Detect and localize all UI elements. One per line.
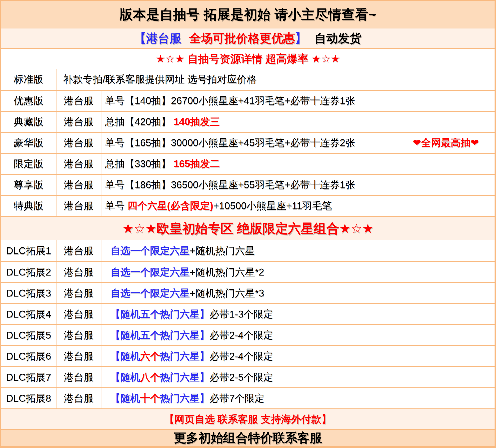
description-cell: 总抽【330抽】 165抽发二 (101, 154, 495, 174)
table-row: 典藏版港台服总抽【420抽】 140抽发三 (1, 111, 495, 132)
description-cell: 自选一个限定六星+随机热门六星*2 (101, 262, 495, 282)
server-cell: 港台服 (56, 325, 101, 345)
description-segment: 热门六星】 (160, 371, 209, 384)
description-cell: 【随机六个热门六星】必带2-4个限定 (101, 346, 495, 366)
subtitle-banner: 【港台服 全场可批价格更优惠 】 自动发货 (1, 28, 495, 48)
description-cell: 自选一个限定六星+随机热门六星*3 (101, 283, 495, 303)
version-cell: 优惠版 (1, 91, 56, 111)
server-cell: 港台服 (56, 388, 101, 408)
description-cell: 【随机八个热门六星】必带2-5个限定 (101, 367, 495, 388)
description-segment: 必带2-5个限定 (209, 371, 273, 384)
server-cell: 港台服 (56, 196, 101, 216)
table-row: DLC拓展5港台服【随机五个热门六星】必带2-4个限定 (1, 324, 495, 345)
server-cell: 港台服 (56, 346, 101, 366)
description-cell: 单号【140抽】26700小熊星座+41羽毛笔+必带十连券1张 (101, 91, 495, 111)
table-row: 豪华版港台服单号【165抽】30000小熊星座+45羽毛笔+必带十连券2张❤全网… (1, 132, 495, 153)
description-segment: 【随机 (110, 392, 140, 405)
description-segment: 八个 (140, 371, 160, 384)
description-segment: ❤全网最高抽❤ (413, 136, 493, 149)
version-cell: DLC拓展6 (1, 346, 56, 366)
subtitle-bracket-open: 【港台服 (134, 30, 181, 46)
description-segment: 自选一个限定六星 (110, 266, 190, 279)
description-segment: 总抽【330抽】 (105, 157, 174, 170)
description-cell: 单号【165抽】30000小熊星座+45羽毛笔+必带十连券2张❤全网最高抽❤ (101, 133, 495, 153)
description-segment: +10500小熊星座+11羽毛笔 (213, 199, 332, 212)
description-segment: 165抽发二 (174, 157, 220, 170)
version-cell: DLC拓展8 (1, 388, 56, 408)
version-cell: 豪华版 (1, 133, 56, 153)
description-segment: 自选一个限定六星 (110, 287, 190, 300)
description-cell: 【随机五个热门六星】必带1-3个限定 (101, 304, 495, 324)
version-cell: 尊享版 (1, 175, 56, 195)
version-cell: DLC拓展7 (1, 367, 56, 388)
table-row: 优惠版港台服单号【140抽】26700小熊星座+41羽毛笔+必带十连券1张 (1, 90, 495, 111)
table-row: DLC拓展2港台服自选一个限定六星+随机热门六星*2 (1, 261, 495, 282)
description-segment: 单号【165抽】30000小熊星座+45羽毛笔+必带十连券2张 (105, 136, 355, 149)
description-segment: 140抽发三 (174, 115, 220, 128)
description-segment: +随机热门六星 (190, 244, 255, 257)
description-segment: 热门六星】 (160, 392, 209, 405)
version-cell: 特典版 (1, 196, 56, 216)
subtitle-promo: 全场可批价格更优惠 (189, 30, 295, 46)
server-cell: 港台服 (56, 240, 101, 261)
server-cell: 港台服 (56, 175, 101, 195)
listing-table: 版本是自抽号 拓展是初始 请小主尽情查看~ 【港台服 全场可批价格更优惠 】 自… (0, 0, 496, 448)
table-row: DLC拓展7港台服【随机八个热门六星】必带2-5个限定 (1, 366, 495, 388)
server-cell: 港台服 (56, 91, 101, 111)
server-cell: 港台服 (56, 304, 101, 324)
description-segment: 自选一个限定六星 (110, 244, 190, 257)
description-segment: 【随机五个热门六星】 (110, 308, 209, 321)
description-segment: +随机热门六星*3 (190, 287, 264, 300)
table-row: DLC拓展3港台服自选一个限定六星+随机热门六星*3 (1, 282, 495, 303)
description-segment: 热门六星】 (160, 350, 209, 363)
description-segment: 必带2-4个限定 (209, 350, 273, 363)
description-segment: 必带7个限定 (209, 392, 264, 405)
description-segment: 单号【140抽】26700小熊星座+41羽毛笔+必带十连券1张 (105, 94, 355, 107)
server-cell: 港台服 (56, 112, 101, 132)
description-segment: 【随机 (110, 371, 140, 384)
product-rows-section: 标准版补款专拍/联系客服提供网址 选号拍对应价格优惠版港台服单号【140抽】26… (1, 69, 495, 216)
stars-banner: ★☆★ 自抽号资源详情 超高爆率 ★☆★ (1, 48, 495, 69)
table-row: DLC拓展6港台服【随机六个热门六星】必带2-4个限定 (1, 345, 495, 366)
description-segment: 六个 (140, 350, 160, 363)
version-cell: DLC拓展3 (1, 283, 56, 303)
description-cell: 单号 四个六星(必含限定)+10500小熊星座+11羽毛笔 (101, 196, 495, 216)
description-cell: 【随机五个热门六星】必带2-4个限定 (101, 325, 495, 345)
description-segment: +随机热门六星*2 (190, 266, 264, 279)
table-row: DLC拓展4港台服【随机五个热门六星】必带1-3个限定 (1, 303, 495, 324)
version-cell: DLC拓展1 (1, 240, 56, 261)
description-segment: 十个 (140, 392, 160, 405)
description-segment: 四个六星(必含限定) (127, 199, 213, 212)
version-cell: 限定版 (1, 154, 56, 174)
version-cell: 典藏版 (1, 112, 56, 132)
description-segment: 必带2-4个限定 (209, 329, 273, 342)
description-segment: 单号 (105, 199, 127, 212)
table-row: 标准版补款专拍/联系客服提供网址 选号拍对应价格 (1, 69, 495, 90)
description-segment: 【随机 (110, 350, 140, 363)
description-cell: 补款专拍/联系客服提供网址 选号拍对应价格 (56, 69, 495, 90)
server-cell: 港台服 (56, 133, 101, 153)
server-cell: 港台服 (56, 283, 101, 303)
description-segment: 补款专拍/联系客服提供网址 选号拍对应价格 (63, 73, 257, 86)
version-cell: 标准版 (1, 69, 56, 90)
description-segment: 必带1-3个限定 (209, 308, 273, 321)
subtitle-bracket-close: 】 (295, 30, 307, 46)
description-segment: 单号【186抽】36500小熊星座+55羽毛笔+必带十连券1张 (105, 178, 355, 192)
description-segment: 【随机五个热门六星】 (110, 329, 209, 342)
version-cell: DLC拓展4 (1, 304, 56, 324)
table-row: 尊享版港台服单号【186抽】36500小熊星座+55羽毛笔+必带十连券1张 (1, 174, 495, 195)
description-cell: 总抽【420抽】 140抽发三 (101, 112, 495, 132)
table-row: 特典版港台服单号 四个六星(必含限定)+10500小熊星座+11羽毛笔 (1, 195, 495, 216)
page-title: 版本是自抽号 拓展是初始 请小主尽情查看~ (1, 1, 495, 28)
footer-payment-banner: 【网页自选 联系客服 支持海外付款】 (1, 408, 495, 429)
table-row: 限定版港台服总抽【330抽】 165抽发二 (1, 153, 495, 174)
version-cell: DLC拓展2 (1, 262, 56, 282)
description-cell: 【随机十个热门六星】必带7个限定 (101, 388, 495, 408)
table-row: DLC拓展8港台服【随机十个热门六星】必带7个限定 (1, 388, 495, 408)
description-cell: 单号【186抽】36500小熊星座+55羽毛笔+必带十连券1张 (101, 175, 495, 195)
dlc-rows-section: DLC拓展1港台服自选一个限定六星+随机热门六星DLC拓展2港台服自选一个限定六… (1, 240, 495, 408)
subtitle-shipping: 自动发货 (315, 30, 362, 46)
server-cell: 港台服 (56, 262, 101, 282)
server-cell: 港台服 (56, 154, 101, 174)
footer-contact-banner: 更多初始组合特价联系客服 (1, 429, 495, 446)
